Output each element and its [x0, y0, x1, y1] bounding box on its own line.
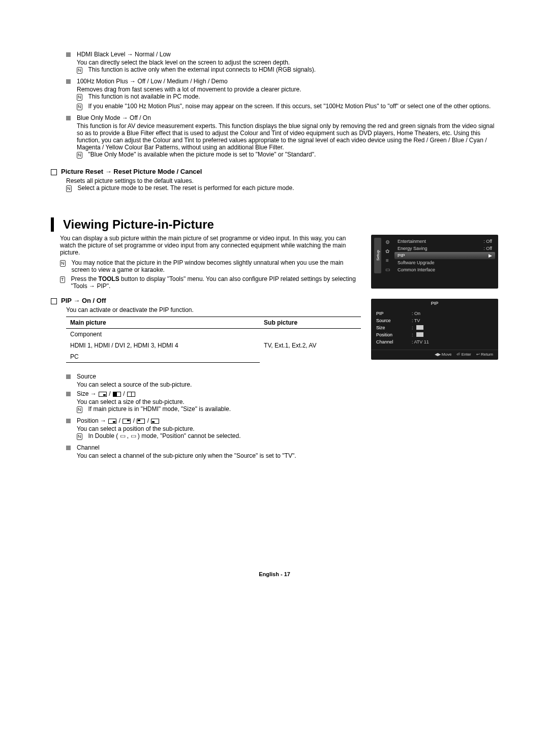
pip-note-unnatural: You may notice that the picture in the P…: [66, 259, 361, 273]
size-title: Size → / /: [77, 390, 231, 397]
osd-tab-setup: Setup: [374, 238, 381, 273]
pip-table-r1: Component: [66, 329, 260, 340]
pip-onoff-desc: You can activate or deactivate the PIP f…: [51, 306, 361, 313]
bullet-icon: [66, 79, 71, 84]
channel-title: Channel: [77, 444, 296, 451]
pip-table-r2: HDMI 1, HDMI / DVI 2, HDMI 3, HDMI 4: [66, 340, 260, 351]
note-icon: N: [66, 185, 72, 192]
item-size: Size → / / You can select a size of the …: [51, 390, 498, 415]
osd-icon-col: ⚙ ✿ ≡ ▭: [383, 238, 392, 273]
bullet-icon: [66, 52, 71, 57]
reset-desc: Resets all picture settings to the defau…: [66, 177, 498, 184]
hdmi-title: HDMI Black Level → Normal / Low: [77, 51, 316, 58]
checkbox-icon: [51, 169, 57, 175]
osd-row-energy: Energy Saving: Off: [394, 245, 495, 252]
note-icon: N: [77, 152, 82, 159]
osd-setup-menu: Setup ⚙ ✿ ≡ ▭ Entertainment: Off Energy …: [371, 235, 498, 289]
picture-reset-heading: Picture Reset → Reset Picture Mode / Can…: [51, 168, 498, 175]
osd-list: Entertainment: Off Energy Saving: Off PI…: [392, 238, 495, 273]
note-icon: N: [60, 260, 66, 267]
pip-table: Main picture Sub picture Component TV, E…: [66, 317, 361, 363]
osd2-row-size: Size:: [376, 324, 493, 331]
page-footer: English - 17: [51, 571, 498, 577]
pip-table-h2: Sub picture: [260, 317, 361, 329]
size-small-icon: [99, 392, 107, 397]
osd2-row-pip: PIP: On: [376, 310, 493, 317]
enter-icon: ⏎: [456, 352, 460, 357]
pip-table-r3: PC: [66, 351, 260, 363]
hdmi-desc: You can directly select the black level …: [77, 59, 316, 66]
bullet-icon: [66, 392, 71, 396]
note-icon: N: [77, 433, 82, 440]
osd-pip-settings: PIP PIP: On Source: TV Size: Position:: [371, 299, 498, 360]
input-icon: ▭: [384, 266, 390, 272]
size-double1-icon: [113, 392, 121, 397]
motion-desc: Removes drag from fast scenes with a lot…: [77, 86, 491, 93]
pos-bl-icon: [151, 419, 159, 424]
blue-title: Blue Only Mode → Off / On: [77, 114, 498, 121]
pip-onoff-heading-text: PIP → On / Off: [61, 297, 106, 304]
gear-icon: ✿: [384, 248, 390, 254]
osd-row-entertainment: Entertainment: Off: [394, 238, 495, 245]
note-icon: N: [77, 94, 82, 101]
source-desc: You can select a source of the sub-pictu…: [77, 381, 192, 388]
page: HDMI Black Level → Normal / Low You can …: [0, 0, 549, 597]
osd-row-ci: Common Interface: [394, 266, 495, 273]
motion-note2: If you enable "100 Hz Motion Plus", nois…: [82, 103, 491, 110]
item-position: Position → / / / You can select a positi…: [51, 417, 498, 442]
chevron-right-icon: ▶: [489, 253, 492, 258]
bullet-icon: [66, 116, 71, 120]
osd2-row-source: Source: TV: [376, 317, 493, 324]
picture-reset-heading-text: Picture Reset → Reset Picture Mode / Can…: [61, 168, 202, 175]
osd2-footer: ◀▶ Move ⏎ Enter ↩ Return: [371, 350, 498, 360]
note-icon: N: [77, 406, 82, 413]
position-title: Position → / / /: [77, 417, 241, 424]
broadcast-icon: ≡: [384, 257, 390, 263]
item-motion: 100Hz Motion Plus → Off / Low / Medium /…: [51, 78, 498, 112]
source-title: Source: [77, 373, 192, 380]
position-thumb-icon: [416, 332, 423, 337]
bullet-icon: [66, 419, 71, 423]
bullet-icon: [66, 374, 71, 379]
osd-row-software: Software Upgrade: [394, 259, 495, 266]
move-icon: ◀▶: [435, 352, 441, 357]
return-icon: ↩: [476, 352, 480, 357]
pip-tools-text: Press the TOOLS button to display "Tools…: [65, 275, 361, 290]
pip-table-h1: Main picture: [66, 317, 260, 329]
size-double2-icon: [127, 392, 135, 397]
osd2-row-position: Position:: [376, 331, 493, 338]
note-icon: N: [77, 104, 82, 110]
channel-desc: You can select a channel of the sub-pict…: [77, 452, 296, 459]
pos-tr-icon: [123, 419, 131, 424]
tools-icon: T: [60, 276, 65, 283]
pip-table-sub: TV, Ext.1, Ext.2, AV: [260, 329, 361, 363]
note-icon: N: [77, 67, 82, 74]
motion-note1: This function is not available in PC mod…: [82, 93, 200, 100]
position-desc: You can select a position of the sub-pic…: [77, 425, 241, 432]
hdmi-note: This function is active only when the ex…: [82, 66, 316, 73]
item-hdmi: HDMI Black Level → Normal / Low You can …: [51, 51, 498, 76]
plug-icon: ⚙: [384, 239, 390, 245]
size-note: If main picture is in "HDMI" mode, "Size…: [82, 405, 231, 413]
size-thumb-icon: [416, 325, 423, 330]
osd2-title: PIP: [371, 299, 498, 308]
motion-title: 100Hz Motion Plus → Off / Low / Medium /…: [77, 78, 491, 85]
pos-br-icon: [108, 419, 116, 424]
item-source: Source You can select a source of the su…: [51, 373, 498, 388]
pos-tl-icon: [137, 419, 145, 424]
blue-note: "Blue Only Mode" is available when the p…: [82, 151, 316, 158]
osd2-row-channel: Channel: ATV 11: [376, 338, 493, 345]
size-desc: You can select a size of the sub-picture…: [77, 398, 231, 405]
blue-desc: This function is for AV device measureme…: [77, 122, 498, 151]
osd-row-pip: PIP▶: [394, 252, 495, 259]
bullet-icon: [66, 446, 71, 450]
pip-intro: You can display a sub picture within the…: [60, 235, 361, 256]
checkbox-icon: [51, 298, 57, 304]
pip-onoff-heading: PIP → On / Off: [51, 297, 361, 304]
position-note: In Double ( ▭ , ▭ ) mode, "Position" can…: [82, 432, 241, 439]
item-blue: Blue Only Mode → Off / On This function …: [51, 114, 498, 161]
pip-heading: Viewing Picture-in-Picture: [51, 217, 498, 232]
item-channel: Channel You can select a channel of the …: [51, 444, 498, 459]
reset-note: Select a picture mode to be reset. The r…: [72, 184, 294, 192]
